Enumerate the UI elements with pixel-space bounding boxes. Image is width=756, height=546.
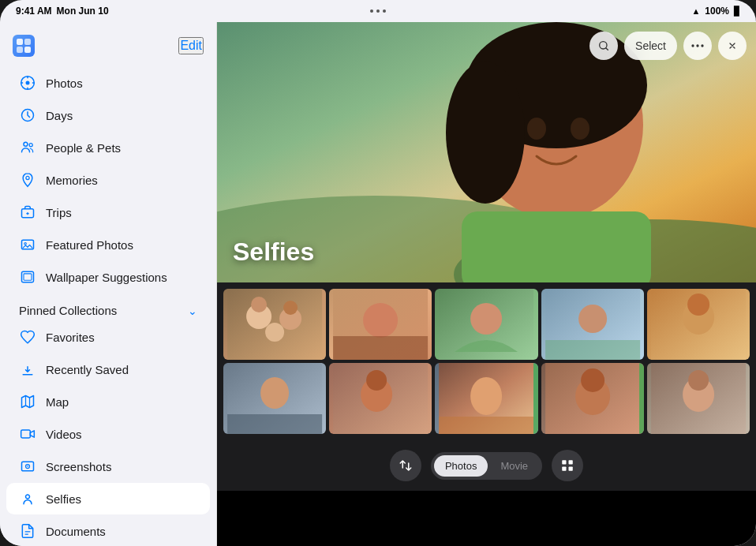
sidebar-header: Edit: [0, 28, 216, 66]
days-label: Days: [46, 109, 73, 122]
status-time: 9:41 AM: [16, 6, 52, 17]
status-dot-3: [383, 9, 386, 13]
more-icon: [691, 44, 704, 47]
thumb-item[interactable]: [541, 289, 644, 360]
recently-saved-label: Recently Saved: [46, 363, 129, 376]
save-icon: [19, 361, 36, 378]
sidebar-item-photos[interactable]: Photos: [6, 67, 210, 99]
svg-point-33: [696, 44, 698, 47]
status-bar-center: [370, 9, 386, 13]
svg-point-42: [527, 118, 546, 140]
sidebar-item-people-pets[interactable]: People & Pets: [6, 132, 210, 163]
thumb-item[interactable]: [329, 363, 432, 434]
thumb-item[interactable]: [329, 289, 432, 360]
thumb-item[interactable]: [223, 289, 326, 360]
svg-point-60: [687, 294, 709, 316]
svg-point-13: [26, 176, 29, 179]
sidebar-item-map[interactable]: Map: [6, 386, 210, 417]
featured-photos-icon: [19, 236, 36, 253]
favorites-label: Favorites: [46, 331, 95, 344]
sidebar-item-days[interactable]: Days: [6, 99, 210, 131]
sidebar-item-trips[interactable]: Trips: [6, 196, 210, 228]
grid-icon: [560, 458, 574, 473]
search-button[interactable]: [589, 32, 618, 60]
pinned-collections-title: Pinned Collections: [19, 304, 117, 317]
svg-point-62: [260, 377, 289, 409]
svg-point-18: [24, 243, 26, 245]
thumb-item[interactable]: [223, 363, 326, 434]
svg-rect-57: [545, 340, 640, 360]
svg-rect-63: [227, 414, 322, 434]
movie-mode-button[interactable]: Movie: [489, 455, 539, 477]
svg-rect-78: [562, 467, 566, 471]
svg-point-66: [366, 370, 387, 391]
right-panel: Select: [217, 22, 756, 546]
document-icon: [19, 522, 36, 540]
svg-point-51: [363, 303, 398, 338]
thumb-item[interactable]: [435, 289, 537, 360]
edit-button[interactable]: Edit: [178, 37, 204, 54]
sidebar-item-wallpaper[interactable]: Wallpaper Suggestions: [6, 261, 210, 293]
memories-label: Memories: [46, 174, 98, 187]
wallpaper-label: Wallpaper Suggestions: [46, 271, 167, 284]
status-dot-2: [376, 9, 380, 13]
top-action-bar: Select: [589, 32, 747, 60]
close-button[interactable]: [718, 32, 747, 60]
svg-point-11: [24, 142, 28, 146]
green-indicator: [533, 363, 538, 434]
thumb-item[interactable]: [647, 289, 750, 360]
trips-label: Trips: [46, 206, 72, 219]
svg-rect-52: [333, 336, 428, 360]
thumb-item[interactable]: [541, 363, 644, 434]
photos-icon: [19, 74, 36, 92]
status-bar-right: ▲ 100% ▊: [691, 6, 740, 17]
pinned-collections-header: Pinned Collections ⌄: [6, 296, 210, 320]
memories-icon: [19, 171, 36, 189]
thumb-item[interactable]: [647, 363, 750, 434]
sidebar-item-screenshots[interactable]: Screenshots: [6, 451, 210, 482]
hero-image: Selfies: [217, 22, 756, 282]
svg-point-49: [265, 323, 284, 342]
screenshots-label: Screenshots: [46, 460, 111, 473]
svg-point-75: [688, 370, 709, 391]
videos-label: Videos: [46, 428, 82, 441]
sort-button[interactable]: [390, 450, 421, 481]
chevron-down-icon[interactable]: ⌄: [188, 305, 197, 317]
trips-icon: [19, 204, 36, 221]
svg-point-12: [29, 144, 32, 147]
search-icon: [597, 39, 610, 52]
map-icon: [19, 393, 36, 410]
sidebar: Edit Photos: [0, 22, 217, 546]
svg-rect-20: [24, 274, 32, 280]
grid-view-button[interactable]: [552, 450, 583, 481]
svg-point-46: [251, 297, 267, 312]
photos-app-logo: [13, 35, 35, 57]
sidebar-item-selfies[interactable]: Selfies: [6, 483, 210, 514]
thumb-item[interactable]: [435, 363, 537, 434]
sidebar-item-documents[interactable]: Documents: [6, 515, 210, 546]
svg-rect-1: [24, 39, 31, 45]
documents-label: Documents: [46, 525, 106, 538]
status-bar: 9:41 AM Mon Jun 10 ▲ 100% ▊: [0, 0, 756, 22]
select-button[interactable]: Select: [624, 32, 677, 60]
hero-title: Selfies: [233, 237, 314, 267]
svg-point-72: [581, 368, 604, 392]
svg-point-32: [691, 44, 694, 47]
close-icon: [728, 41, 737, 50]
svg-point-43: [571, 118, 589, 140]
svg-point-26: [27, 466, 28, 467]
svg-point-48: [283, 301, 298, 315]
svg-rect-3: [24, 47, 31, 53]
wifi-icon: ▲: [691, 6, 700, 16]
sidebar-item-videos[interactable]: Videos: [6, 418, 210, 450]
svg-rect-69: [440, 417, 534, 434]
sidebar-item-recently-saved[interactable]: Recently Saved: [6, 353, 210, 385]
map-label: Map: [46, 395, 69, 409]
sidebar-item-favorites[interactable]: Favorites: [6, 321, 210, 353]
sidebar-item-featured-photos[interactable]: Featured Photos: [6, 229, 210, 260]
photos-mode-button[interactable]: Photos: [434, 455, 488, 477]
more-options-button[interactable]: [683, 32, 712, 60]
green-indicator-2: [639, 363, 644, 434]
svg-rect-76: [562, 460, 566, 464]
sidebar-item-memories[interactable]: Memories: [6, 164, 210, 196]
